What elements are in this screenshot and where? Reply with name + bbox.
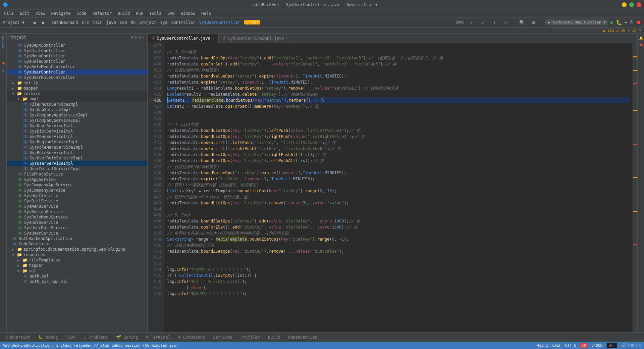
tree-item-auth-sql[interactable]: 🗒 auth.sql	[7, 273, 147, 279]
bookmarks-right-icon[interactable]: 🔖	[639, 43, 643, 46]
tree-item-SysUserService[interactable]: S SysUserService	[7, 231, 147, 236]
tree-item-SysRegionServiceImpl[interactable]: C SysRegionServiceImpl	[7, 139, 147, 145]
tree-item-SysAppServiceImpl[interactable]: C SysAppServiceImpl	[7, 107, 147, 112]
menu-edit[interactable]: Edit	[17, 10, 32, 16]
structure-icon[interactable]: ≡	[2, 69, 4, 72]
notification-icon[interactable]: 🔔	[639, 36, 643, 40]
tree-item-UserDetailServiceImpl[interactable]: I UserDetailServiceImpl	[7, 166, 147, 171]
breadcrumb-hk[interactable]: hk	[131, 20, 136, 25]
tree-item-SysCompanyAppService[interactable]: S SysCompanyAppService	[7, 182, 147, 188]
svn-check-button[interactable]: ✓	[467, 18, 476, 27]
tab-close-2[interactable]: ×	[286, 36, 288, 40]
tab-problems[interactable]: ⚠ Problems	[80, 334, 111, 340]
code-content[interactable]: // 3、Set类型 redisTemplate.boundSetOps(key…	[164, 43, 633, 332]
breadcrumb-project-pkg[interactable]: project	[140, 20, 157, 25]
app-config-label[interactable]: ▶ AuthBackEndApplication ▼	[545, 19, 608, 25]
minimize-button[interactable]	[622, 2, 627, 7]
tree-item-sql[interactable]: ▼ 📂 sql	[7, 268, 147, 273]
project-dropdown[interactable]: Project ▼	[3, 20, 24, 25]
close-button[interactable]	[637, 2, 641, 7]
tree-item-CodeGenerator[interactable]: C CodeGenerator	[7, 241, 147, 247]
tab-subversion[interactable]: Subversion	[3, 334, 34, 340]
settings-button[interactable]: ⚙	[529, 18, 538, 27]
menu-svn[interactable]: SVN	[165, 10, 177, 16]
tree-item-AuthBackEndApplication[interactable]: A AuthBackEndApplication	[7, 236, 147, 241]
settings-ime-icon[interactable]: ⚙	[639, 343, 641, 348]
tree-item-SysRoleService[interactable]: S SysRoleService	[7, 220, 147, 225]
breadcrumb-main[interactable]: main	[93, 20, 103, 25]
debug-button[interactable]: 🐛	[616, 19, 623, 26]
tree-item-fileTemplates[interactable]: ▶ 📁 fileTemplates	[7, 257, 147, 263]
tree-item-SysDeptServiceImpl[interactable]: C SysDeptServiceImpl	[7, 123, 147, 129]
breadcrumb-src[interactable]: src	[82, 20, 89, 25]
code-editor[interactable]: 417 418 419 420 421 422 423 424 425 426 …	[148, 43, 637, 332]
tree-item-impl[interactable]: ▼ 📂 impl	[7, 96, 147, 102]
tab-todo[interactable]: TODO	[63, 334, 79, 340]
ime-indicator[interactable]: 英·	[606, 343, 617, 348]
tree-item-SysRoleController[interactable]: C SysRoleController	[7, 59, 147, 64]
tab-terminal[interactable]: ⊞ Terminal	[143, 334, 173, 340]
tree-item-SysAppService[interactable]: S SysAppService	[7, 177, 147, 182]
search-button[interactable]: 🔍	[518, 18, 527, 27]
navigate-forward-button[interactable]: ▶	[39, 18, 48, 27]
maximize-button[interactable]	[629, 2, 634, 7]
upload-icon[interactable]: ↑	[635, 343, 638, 348]
tab-services[interactable]: Services	[210, 334, 236, 340]
tab-dependencies[interactable]: Dependencies	[285, 334, 321, 340]
bookmarks-icon[interactable]: 🔖	[1, 61, 5, 65]
tree-item-springfox[interactable]: ▶ 📁 springfox.documentation.spring.web.p…	[7, 247, 147, 252]
menu-help[interactable]: Help	[199, 10, 214, 16]
tree-item-entity[interactable]: ▶ 📁 entity	[7, 80, 147, 86]
tree-item-resources[interactable]: ▼ 📂 resources	[7, 252, 147, 257]
tree-item-SysRoleMenuController[interactable]: C SysRoleMenuController	[7, 64, 147, 69]
navigate-back-button[interactable]: ◀	[30, 18, 39, 27]
tree-item-SysCompanyServiceImpl[interactable]: C SysCompanyServiceImpl	[7, 118, 147, 123]
tab-endpoints[interactable]: ⊕ Endpoints	[175, 334, 208, 340]
settings-panel-button[interactable]: ⚙	[139, 35, 141, 40]
menu-window[interactable]: Window	[178, 10, 198, 16]
svn-update-button[interactable]: ↑	[490, 18, 499, 27]
tree-item-service[interactable]: ▼ 📂 service	[7, 91, 147, 96]
locate-button[interactable]: ◎	[135, 35, 137, 40]
breadcrumb-java[interactable]: java	[106, 20, 116, 25]
tree-item-SysCompanyService[interactable]: S SysCompanyService	[7, 188, 147, 193]
breadcrumb-com[interactable]: com	[120, 20, 127, 25]
tree-item-SysRoleServiceImpl[interactable]: C SysRoleServiceImpl	[7, 150, 147, 155]
tab-profiler[interactable]: Profiler	[237, 334, 263, 340]
menu-run[interactable]: Run	[133, 10, 146, 16]
tab-close-1[interactable]: ×	[212, 36, 214, 40]
breadcrumb-controller[interactable]: controller	[171, 20, 195, 25]
tree-item-auth-sys-app-sql[interactable]: 🗒 auth_sys_app.sql	[7, 279, 147, 284]
breadcrumb-sysusercontroller[interactable]: SysUserController	[199, 20, 240, 25]
tree-item-SysDictService[interactable]: S SysDictService	[7, 198, 147, 204]
tree-item-mapper[interactable]: ▶ 📁 mapper	[7, 86, 147, 91]
svn-revert-button[interactable]: ↩	[501, 18, 511, 27]
breadcrumb-sys[interactable]: sys	[160, 20, 167, 25]
svn-check2-button[interactable]: ✓	[478, 18, 488, 27]
tree-item-SysUserRoleService[interactable]: S SysUserRoleService	[7, 225, 147, 231]
tree-item-SysUserRoleController[interactable]: C SysUserRoleController	[7, 75, 147, 80]
tree-item-FilePhotoService[interactable]: S FilePhotoService	[7, 171, 147, 177]
tree-item-SysRoleMenuService[interactable]: S SysRoleMenuService	[7, 214, 147, 220]
tree-item-FilePhotoServiceImpl[interactable]: C FilePhotoServiceImpl	[7, 102, 147, 107]
menu-code[interactable]: Code	[74, 10, 89, 16]
tree-item-SysDeptController[interactable]: C SysDeptController	[7, 43, 147, 48]
close-panel-button[interactable]: ×	[142, 35, 145, 40]
menu-build[interactable]: Build	[115, 10, 132, 16]
volume-icon[interactable]: 🔊	[621, 343, 626, 348]
collapse-all-button[interactable]: ⊞	[131, 35, 133, 40]
stop-button[interactable]: ⏹	[636, 19, 641, 26]
tree-item-SysUserRoleServiceImpl[interactable]: C SysUserRoleServiceImpl	[7, 155, 147, 161]
menu-file[interactable]: File	[1, 10, 16, 16]
more-btn[interactable]: ≡	[639, 28, 641, 33]
tree-item-SysRoleMenuServiceImpl[interactable]: C SysRoleMenuServiceImpl	[7, 145, 147, 150]
tree-item-SysUserController[interactable]: C SysUserController	[7, 69, 147, 75]
tree-item-SysDictController[interactable]: C SysDictController	[7, 48, 147, 53]
grid-icon[interactable]: ▦	[631, 343, 634, 348]
tab-build[interactable]: Build	[265, 334, 283, 340]
breadcrumb-test[interactable]: ⚠ test	[244, 20, 260, 24]
tree-item-SysMenuController[interactable]: C SysMenuController	[7, 53, 147, 59]
breadcrumb-project[interactable]: authBackEnd	[51, 20, 78, 25]
tree-item-SysRegionService[interactable]: S SysRegionService	[7, 209, 147, 214]
tree-item-mapper2[interactable]: ▶ 📁 mapper	[7, 263, 147, 268]
